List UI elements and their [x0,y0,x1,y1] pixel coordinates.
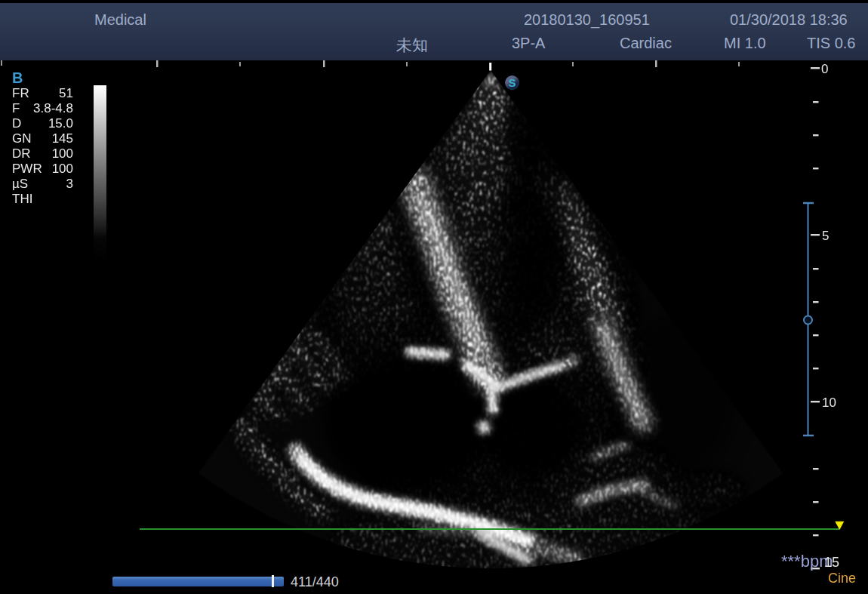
svg-text:S: S [508,76,516,89]
svg-text:5: 5 [822,229,829,243]
svg-text:0: 0 [821,62,828,76]
svg-text:10: 10 [822,395,836,410]
